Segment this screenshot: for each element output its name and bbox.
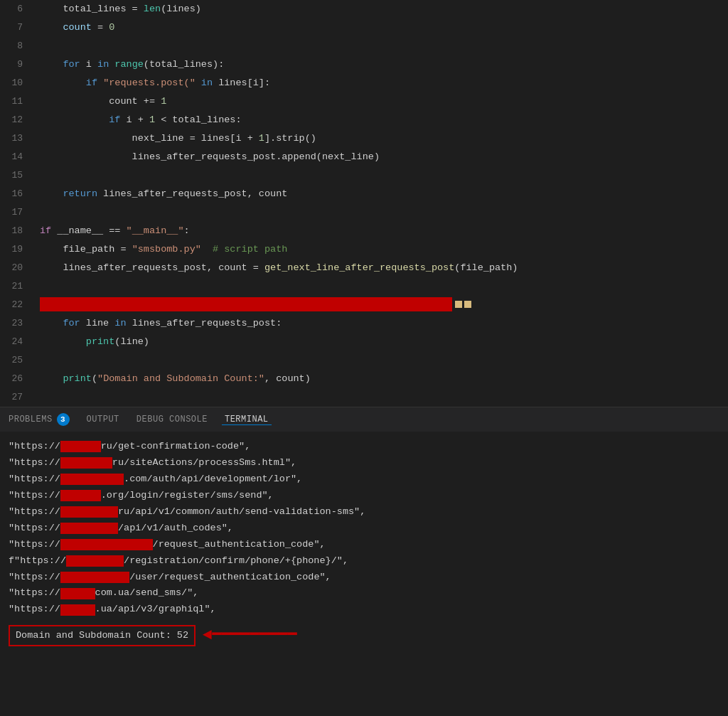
line-content: lines_after_requests_post, count = get_n… xyxy=(34,259,728,277)
terminal-suffix: /registration/confirm/phone/+{phone}/", xyxy=(124,553,348,570)
redacted-text: XXXXXXXXXX xyxy=(60,506,118,518)
line-content: if "requests.post(" in lines[i]: xyxy=(34,74,728,92)
redacted-text: XXXXXXXXXX xyxy=(60,523,118,534)
tab-problems[interactable]: PROBLEMS3 xyxy=(6,413,73,427)
terminal-line-7: f"https://XXXXXXXXXX/registration/confir… xyxy=(9,553,719,570)
code-line-19: 19 file_path = "smsbomb.py" # script pat… xyxy=(0,240,728,259)
terminal-line-3: "https://XXXXXXX.org/login/register/sms/… xyxy=(9,488,719,504)
line-content: count = 0 xyxy=(34,18,728,37)
line-number: 19 xyxy=(0,240,34,259)
terminal-suffix: /user/request_authentication_code", xyxy=(129,570,331,586)
line-content xyxy=(34,37,728,55)
redacted-text: XXXXXXXXXXXXXXXX xyxy=(60,539,153,550)
terminal-line-8: "https://XXXXXXXXXXXX/user/request_authe… xyxy=(9,570,719,586)
panel-tabs: PROBLEMS3OUTPUTDEBUG CONSOLETERMINAL xyxy=(0,407,728,432)
line-number: 16 xyxy=(0,185,34,203)
line-content xyxy=(34,277,728,296)
code-line-15: 15 xyxy=(0,166,728,185)
terminal-text: "https:// xyxy=(9,570,60,586)
terminal-text: "https:// xyxy=(9,488,60,504)
terminal-line-5: "https://XXXXXXXXXX/api/v1/auth_codes", xyxy=(9,520,719,537)
terminal-text: "https:// xyxy=(9,602,60,618)
arrow-icon: ◄━━━━━━━━━ xyxy=(203,622,296,648)
line-number: 24 xyxy=(0,333,34,351)
terminal-suffix: ru/siteActions/processSms.html", xyxy=(112,455,296,471)
redacted-text: XXXXXXXXX xyxy=(60,457,112,469)
code-line-7: 7 count = 0 xyxy=(0,18,728,37)
line-number: 12 xyxy=(0,111,34,129)
redacted-text: XXXXXXXXXX xyxy=(66,555,124,567)
line-content: total_lines = len(lines) xyxy=(34,0,728,18)
code-line-11: 11 count += 1 xyxy=(0,92,728,111)
line-content: if __name__ == "__main__": xyxy=(34,222,728,240)
line-number: 15 xyxy=(0,166,34,185)
code-line-8: 8 xyxy=(0,37,728,55)
terminal-suffix: .ua/api/v3/graphiql", xyxy=(95,602,216,618)
line-number: 7 xyxy=(0,18,34,37)
terminal-suffix: ru/get-confirmation-code", xyxy=(101,439,251,455)
line-content: if i + 1 < total_lines: xyxy=(34,111,728,129)
code-line-13: 13 next_line = lines[i + 1].strip() xyxy=(0,129,728,148)
redacted-text: XXXXXX xyxy=(60,604,95,616)
redacted-text: XXXXXX xyxy=(60,588,95,599)
code-line-22: 22 xyxy=(0,296,728,314)
terminal-text: f"https:// xyxy=(9,553,66,570)
terminal-text: "https:// xyxy=(9,520,60,537)
line-number: 21 xyxy=(0,277,34,296)
line-number: 18 xyxy=(0,222,34,240)
line-number: 6 xyxy=(0,0,34,18)
terminal-text: "https:// xyxy=(9,504,60,520)
terminal-line-4: "https://XXXXXXXXXXru/api/v1/common/auth… xyxy=(9,504,719,520)
tab-label: PROBLEMS xyxy=(9,415,53,424)
count-line: Domain and Subdomain Count: 52 ◄━━━━━━━━… xyxy=(9,622,719,648)
line-content xyxy=(34,351,728,370)
line-number: 9 xyxy=(0,55,34,74)
line-number: 10 xyxy=(0,74,34,92)
redacted-text: XXXXXXX xyxy=(60,490,101,501)
line-content xyxy=(34,296,728,314)
code-line-16: 16 return lines_after_requests_post, cou… xyxy=(0,185,728,203)
line-number: 26 xyxy=(0,370,34,388)
terminal-area: "https://XXXXXXXru/get-confirmation-code… xyxy=(0,432,728,656)
terminal-suffix: /request_authentication_code", xyxy=(153,537,326,553)
code-line-21: 21 xyxy=(0,277,728,296)
line-number: 22 xyxy=(0,296,34,314)
code-line-17: 17 xyxy=(0,203,728,222)
terminal-text: "https:// xyxy=(9,455,60,471)
terminal-text: "https:// xyxy=(9,439,60,455)
line-number: 13 xyxy=(0,129,34,148)
code-line-6: 6 total_lines = len(lines) xyxy=(0,0,728,18)
line-number: 8 xyxy=(0,37,34,55)
code-line-12: 12 if i + 1 < total_lines: xyxy=(0,111,728,129)
line-number: 14 xyxy=(0,148,34,166)
code-editor: 6 total_lines = len(lines)7 count = 08 9… xyxy=(0,0,728,407)
tab-output[interactable]: OUTPUT xyxy=(84,415,122,425)
line-number: 27 xyxy=(0,388,34,407)
code-line-24: 24 print(line) xyxy=(0,333,728,351)
terminal-text: "https:// xyxy=(9,537,60,553)
line-content: return lines_after_requests_post, count xyxy=(34,185,728,203)
line-content: print("Domain and Subdomain Count:", cou… xyxy=(34,370,728,388)
code-line-25: 25 xyxy=(0,351,728,370)
terminal-line-1: "https://XXXXXXXXXru/siteActions/process… xyxy=(9,455,719,471)
tab-badge: 3 xyxy=(57,413,70,426)
code-line-27: 27 xyxy=(0,388,728,407)
tab-debug-console[interactable]: DEBUG CONSOLE xyxy=(134,415,210,425)
code-line-9: 9 for i in range(total_lines): xyxy=(0,55,728,74)
terminal-line-2: "https://XXXXXXXXXXX.com/auth/api/develo… xyxy=(9,471,719,488)
tab-terminal[interactable]: TERMINAL xyxy=(222,415,272,425)
redacted-text: XXXXXXXXXXX xyxy=(60,474,124,485)
tab-label: TERMINAL xyxy=(225,415,269,424)
line-content: file_path = "smsbomb.py" # script path xyxy=(34,240,728,259)
redacted-text: XXXXXXXXXXXX xyxy=(60,572,129,583)
line-number: 20 xyxy=(0,259,34,277)
tab-label: DEBUG CONSOLE xyxy=(136,415,208,424)
line-content: for i in range(total_lines): xyxy=(34,55,728,74)
line-content: for line in lines_after_requests_post: xyxy=(34,314,728,333)
code-line-18: 18if __name__ == "__main__": xyxy=(0,222,728,240)
line-number: 11 xyxy=(0,92,34,111)
line-content xyxy=(34,166,728,185)
tab-label: OUTPUT xyxy=(87,415,119,424)
terminal-suffix: ru/api/v1/common/auth/send-validation-sm… xyxy=(118,504,365,520)
line-content: print(line) xyxy=(34,333,728,351)
